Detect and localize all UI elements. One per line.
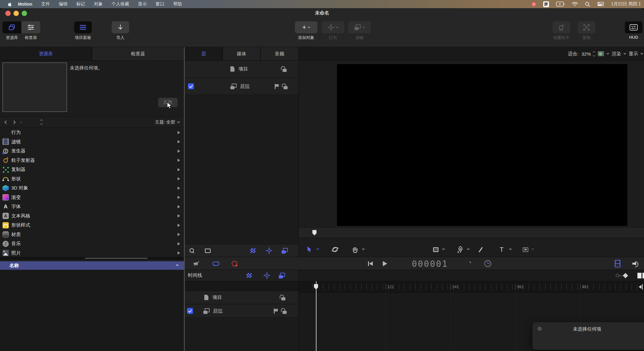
mini-timeline[interactable]	[299, 227, 644, 238]
unlock-icon[interactable]	[281, 66, 287, 72]
make-particles-button[interactable]	[553, 21, 570, 33]
library-category-row[interactable]: 材质	[0, 230, 184, 239]
menu-extra-red-icon[interactable]	[531, 2, 536, 7]
menu-app-name[interactable]: Motion	[18, 2, 32, 7]
timeline-checker-icon[interactable]	[246, 273, 252, 278]
pen-tool-chevron-icon[interactable]	[467, 247, 470, 250]
timeline-project-row[interactable]: 项目	[185, 291, 298, 304]
library-category-row[interactable]: 复制器	[0, 165, 184, 174]
render-menu[interactable]: 渲染	[612, 51, 621, 57]
scrollbar-thumb[interactable]	[85, 258, 148, 259]
library-category-row[interactable]: 形状	[0, 174, 184, 184]
layers-group-row[interactable]: 群组	[185, 78, 298, 95]
forward-icon[interactable]	[12, 120, 15, 124]
rectangle-tool-chevron-icon[interactable]	[442, 247, 445, 250]
keyframe-nav-icon[interactable]	[615, 272, 630, 279]
group-visibility-checkbox[interactable]	[188, 83, 194, 89]
behaviors-button[interactable]	[322, 21, 344, 33]
record-icon[interactable]	[231, 257, 238, 270]
tab-inspector[interactable]: 检查器	[92, 47, 184, 60]
back-icon[interactable]	[4, 120, 8, 124]
mute-audio-icon[interactable]	[194, 257, 201, 270]
menu-item[interactable]: 帮助	[173, 1, 182, 6]
library-category-row[interactable]: 粒子发射器	[0, 156, 184, 165]
menu-item[interactable]: 对象	[94, 1, 103, 6]
project-pane-button[interactable]	[74, 21, 92, 33]
play-button[interactable]	[383, 257, 387, 270]
show-isolation-checker-icon[interactable]	[250, 248, 256, 253]
library-category-row[interactable]: 渐变	[0, 193, 184, 202]
tab-media[interactable]: 媒体	[223, 47, 261, 60]
select-tool[interactable]	[307, 242, 312, 257]
menu-item[interactable]: 编辑	[59, 1, 68, 6]
unlock-icon[interactable]	[279, 295, 286, 300]
tab-layers[interactable]: 层	[185, 47, 223, 60]
library-category-row[interactable]: 行为	[0, 128, 184, 137]
loop-playback-icon[interactable]	[212, 257, 220, 270]
hud-button[interactable]	[625, 21, 642, 33]
library-category-row[interactable]: 发生器	[0, 146, 184, 156]
menu-item[interactable]: 显示	[138, 1, 147, 6]
bezier-pen-tool[interactable]	[457, 242, 464, 257]
library-horizontal-scrollbar[interactable]	[0, 257, 184, 260]
tab-audio[interactable]: 音频	[261, 47, 298, 60]
timing-clock-icon[interactable]	[484, 257, 491, 270]
timeline-stack-icon[interactable]	[279, 273, 285, 278]
battery-icon[interactable]	[556, 2, 565, 7]
project-canvas[interactable]	[337, 64, 627, 226]
mask-tool[interactable]	[523, 242, 528, 257]
theme-filter[interactable]: 主题: 全部	[155, 119, 179, 125]
canvas-viewport[interactable]	[299, 61, 644, 227]
clip-blocks-icon[interactable]	[637, 273, 644, 278]
import-button[interactable]	[112, 21, 129, 33]
zoom-stepper[interactable]	[593, 52, 595, 56]
library-category-row[interactable]: 滤镜	[0, 137, 184, 147]
replicate-button[interactable]	[578, 21, 595, 33]
tab-library[interactable]: 资源库	[0, 47, 92, 60]
timeline-gear-icon[interactable]	[264, 272, 270, 279]
filter-frame-icon[interactable]	[205, 249, 211, 253]
library-category-row[interactable]: 文本风格	[0, 211, 184, 221]
menu-clock[interactable]: 1月22日 周四 1	[611, 1, 641, 7]
pan-tool-chevron-icon[interactable]	[362, 247, 365, 250]
flag-icon[interactable]	[275, 84, 279, 89]
library-category-row[interactable]: 照片	[0, 249, 184, 258]
library-category-row[interactable]: 音乐	[0, 239, 184, 249]
rectangle-tool[interactable]	[433, 242, 438, 257]
show-behaviors-gear-icon[interactable]	[266, 248, 272, 254]
unlock-icon[interactable]	[281, 308, 287, 314]
input-source-icon[interactable]: 拼	[543, 1, 549, 7]
text-tool[interactable]: T	[500, 242, 504, 257]
name-column-header[interactable]: 名称	[0, 261, 184, 270]
mini-playhead-icon[interactable]	[312, 230, 316, 235]
playhead-line[interactable]	[316, 281, 316, 351]
flag-icon[interactable]	[274, 309, 278, 314]
zoom-value[interactable]: 32%	[581, 51, 591, 57]
scale-stepper[interactable]	[41, 120, 42, 124]
text-tool-chevron-icon[interactable]	[509, 247, 512, 250]
view-menu[interactable]: 显示	[629, 51, 638, 57]
menu-item[interactable]: 个人收藏	[112, 1, 129, 6]
current-frame-field[interactable]: 000001	[405, 257, 455, 270]
group-visibility-checkbox[interactable]	[187, 308, 193, 314]
paint-stroke-tool[interactable]	[480, 242, 481, 257]
show-filters-stack-icon[interactable]	[282, 248, 288, 254]
mask-tool-chevron-icon[interactable]	[531, 247, 534, 250]
filters-button[interactable]	[348, 21, 371, 33]
apple-menu-icon[interactable]	[8, 2, 12, 7]
library-category-row[interactable]: 形状样式	[0, 221, 184, 230]
add-object-button[interactable]: +	[295, 21, 317, 33]
select-tool-chevron-icon[interactable]	[316, 247, 319, 250]
pan-hand-tool[interactable]	[351, 242, 358, 257]
control-center-icon[interactable]	[597, 2, 604, 6]
inspector-toggle-button[interactable]	[21, 21, 40, 33]
channel-swatch-icon[interactable]	[598, 51, 604, 56]
library-category-row[interactable]: 3D 对象	[0, 184, 184, 193]
library-category-row[interactable]: 字体	[0, 202, 184, 211]
search-icon[interactable]	[189, 248, 195, 254]
menu-item[interactable]: 文件	[41, 1, 50, 6]
wifi-icon[interactable]	[572, 2, 578, 6]
timeline-ruler[interactable]: 121241361481	[299, 281, 644, 293]
menu-item[interactable]: 窗口	[156, 1, 164, 6]
unlock-icon[interactable]	[282, 84, 288, 89]
